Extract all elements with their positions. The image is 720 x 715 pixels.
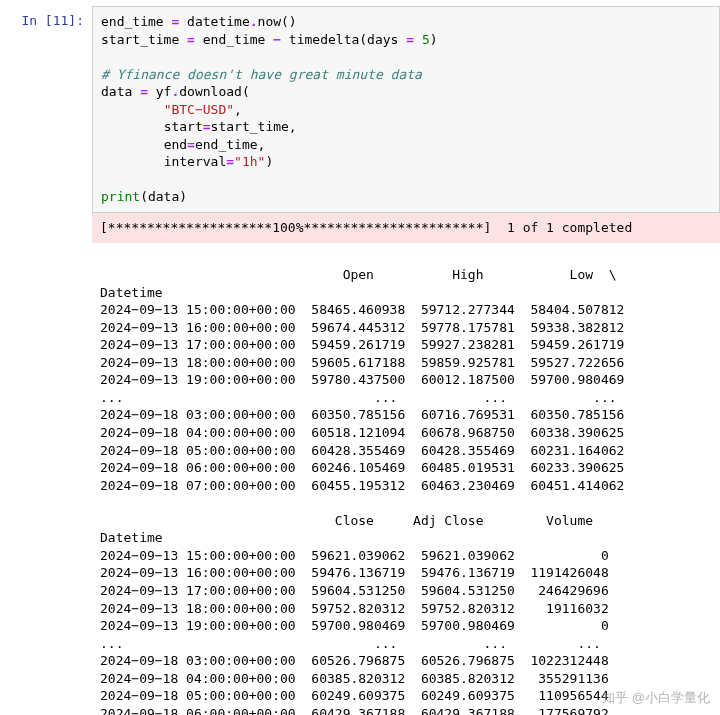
code-cell: In [11]: end_time = datetime.now() start… xyxy=(0,6,720,213)
output-header: Open High Low \ xyxy=(100,267,617,282)
input-prompt: In [11]: xyxy=(0,6,92,30)
code-token: start_time xyxy=(101,32,187,47)
output-row: 2024−09−18 06:00:00+00:00 60246.105469 6… xyxy=(100,460,624,475)
code-token: , xyxy=(234,102,242,117)
code-token: = xyxy=(203,119,211,134)
code-token xyxy=(414,32,422,47)
output-row: 2024−09−18 05:00:00+00:00 60249.609375 6… xyxy=(100,688,609,703)
code-token: download xyxy=(179,84,242,99)
code-indent xyxy=(101,119,164,134)
output-row: 2024−09−18 04:00:00+00:00 60385.820312 6… xyxy=(100,671,609,686)
code-token: ) xyxy=(265,154,273,169)
download-progress: [*********************100%**************… xyxy=(92,213,720,243)
code-kwarg: start xyxy=(164,119,203,134)
output-row-ellipsis: ... ... ... ... xyxy=(100,636,601,651)
notebook-container: In [11]: end_time = datetime.now() start… xyxy=(0,0,720,715)
output-row: 2024−09−13 19:00:00+00:00 59700.980469 5… xyxy=(100,618,609,633)
output-row: 2024−09−13 16:00:00+00:00 59674.445312 5… xyxy=(100,320,624,335)
output-row: 2024−09−18 03:00:00+00:00 60526.796875 6… xyxy=(100,653,609,668)
output-row: 2024−09−13 17:00:00+00:00 59604.531250 5… xyxy=(100,583,609,598)
output-row-ellipsis: ... ... ... ... xyxy=(100,390,617,405)
code-token: datetime xyxy=(179,14,249,29)
code-token: = xyxy=(140,84,148,99)
code-token: 5 xyxy=(422,32,430,47)
code-token: data xyxy=(101,84,140,99)
code-token: . xyxy=(250,14,258,29)
output-row: 2024−09−18 05:00:00+00:00 60428.355469 6… xyxy=(100,443,624,458)
output-row: 2024−09−13 16:00:00+00:00 59476.136719 5… xyxy=(100,565,609,580)
output-row: 2024−09−13 18:00:00+00:00 59752.820312 5… xyxy=(100,601,609,616)
code-token: = xyxy=(406,32,414,47)
output-row: 2024−09−13 15:00:00+00:00 59621.039062 5… xyxy=(100,548,609,563)
output-row: 2024−09−13 19:00:00+00:00 59780.437500 6… xyxy=(100,372,624,387)
code-token: end_time xyxy=(101,14,171,29)
code-token: = xyxy=(226,154,234,169)
code-token: ( xyxy=(140,189,148,204)
output-header: Close Adj Close Volume xyxy=(100,513,593,528)
code-indent xyxy=(101,102,164,117)
code-token: data xyxy=(148,189,179,204)
code-token: start_time, xyxy=(211,119,297,134)
code-string: "1h" xyxy=(234,154,265,169)
output-row: 2024−09−18 04:00:00+00:00 60518.121094 6… xyxy=(100,425,624,440)
code-token: ) xyxy=(179,189,187,204)
code-token: ) xyxy=(430,32,438,47)
code-input[interactable]: end_time = datetime.now() start_time = e… xyxy=(92,6,720,213)
output-row: 2024−09−13 18:00:00+00:00 59605.617188 5… xyxy=(100,355,624,370)
code-token: now xyxy=(258,14,281,29)
code-token: end_time, xyxy=(195,137,265,152)
output-row: 2024−09−18 07:00:00+00:00 60455.195312 6… xyxy=(100,478,624,493)
code-token: timedelta(days xyxy=(281,32,406,47)
output-block-1: Open High Low \ Datetime 2024−09−13 15:0… xyxy=(92,243,720,715)
code-string: "BTC−USD" xyxy=(164,102,234,117)
output-row: 2024−09−13 15:00:00+00:00 58465.460938 5… xyxy=(100,302,624,317)
code-token: end_time xyxy=(195,32,273,47)
code-indent xyxy=(101,137,164,152)
code-token: ( xyxy=(242,84,250,99)
code-kwarg: interval xyxy=(164,154,227,169)
code-builtin: print xyxy=(101,189,140,204)
output-index-header: Datetime xyxy=(100,530,593,545)
output-index-header: Datetime xyxy=(100,285,624,300)
output-row: 2024−09−18 03:00:00+00:00 60350.785156 6… xyxy=(100,407,624,422)
output-row: 2024−09−18 06:00:00+00:00 60429.367188 6… xyxy=(100,706,609,715)
output-row: 2024−09−13 17:00:00+00:00 59459.261719 5… xyxy=(100,337,624,352)
code-token: − xyxy=(273,32,281,47)
code-token: yf xyxy=(148,84,171,99)
code-indent xyxy=(101,154,164,169)
code-token: = xyxy=(187,32,195,47)
code-token: = xyxy=(187,137,195,152)
code-comment: # Yfinance doesn't have great minute dat… xyxy=(101,67,422,82)
code-kwarg: end xyxy=(164,137,187,152)
code-token: () xyxy=(281,14,297,29)
